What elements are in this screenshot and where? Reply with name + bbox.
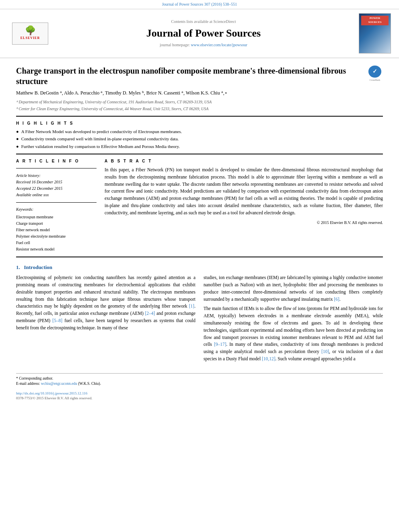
keyword-4: Polymer electrolyte membrane	[16, 233, 97, 240]
keyword-6: Resistor network model	[16, 246, 97, 253]
journal-cover-title: POWERSOURCES	[361, 16, 389, 25]
keywords-divider	[16, 202, 97, 203]
divider-3	[16, 257, 383, 257]
journal-title: Journal of Power Sources	[52, 26, 355, 41]
elsevier-logo: 🌳 ELSEVIER	[8, 23, 52, 45]
ref-10-12[interactable]: [10,12]	[262, 356, 276, 361]
homepage-label: journal homepage:	[160, 43, 190, 47]
article-history: Article history: Received 16 December 20…	[16, 173, 97, 198]
doi-link[interactable]: http://dx.doi.org/10.1016/j.jpowsour.201…	[16, 391, 383, 396]
sciencedirect-link[interactable]: Contents lists available at ScienceDirec…	[52, 19, 355, 25]
footnote-section: * Corresponding author. E-mail address: …	[16, 373, 383, 387]
info-divider	[16, 168, 97, 168]
journal-cover-image: POWERSOURCES	[359, 13, 391, 53]
introduction-section: 1. Introduction Electrospinning of polym…	[16, 264, 383, 365]
bullet-icon-1: ●	[16, 129, 19, 135]
elsevier-box: 🌳 ELSEVIER	[12, 23, 48, 45]
email-link[interactable]: wchiu@engr.uconn.edu	[41, 382, 77, 386]
copyright-line: © 2015 Elsevier B.V. All rights reserved…	[105, 220, 383, 226]
ref-2-4[interactable]: [2–4]	[145, 311, 155, 316]
highlight-item-1: ● A Fiber Network Model was developed to…	[16, 129, 383, 135]
authors-text: Matthew B. DeGostin ᵃ, Aldo A. Peracchio…	[16, 90, 228, 96]
keyword-5: Fuel cell	[16, 240, 97, 246]
corresponding-label: * Corresponding author.	[16, 376, 53, 380]
article-info-label: A R T I C L E I N F O	[16, 158, 97, 164]
keywords-section: Keywords: Electrospun membrane Charge tr…	[16, 207, 97, 253]
authors-line: Matthew B. DeGostin ᵃ, Aldo A. Peracchio…	[16, 90, 383, 97]
history-label: Article history:	[16, 173, 97, 179]
journal-citation-bar: Journal of Power Sources 307 (2016) 538–…	[0, 0, 399, 9]
ref-1[interactable]: [1]	[189, 304, 194, 308]
intro-right-text-2: The main function of IEMs is to allow th…	[204, 305, 383, 363]
abstract-column: A B S T R A C T In this paper, a Fiber N…	[105, 158, 383, 253]
affiliation-a-text: ᵃ Department of Mechanical Engineering, …	[16, 100, 212, 104]
highlight-item-2: ● Conductivity trends compared well with…	[16, 136, 383, 142]
journal-homepage[interactable]: journal homepage: www.elsevier.com/locat…	[52, 42, 355, 48]
ref-6[interactable]: [6]	[334, 297, 339, 302]
highlights-label: H I G H L I G H T S	[16, 121, 383, 126]
bullet-icon-2: ●	[16, 136, 19, 142]
article-info-abstract: A R T I C L E I N F O Article history: R…	[16, 158, 383, 253]
doi-anchor[interactable]: http://dx.doi.org/10.1016/j.jpowsour.201…	[16, 391, 87, 395]
keyword-3: Fiber network model	[16, 227, 97, 233]
highlight-text-2: Conductivity trends compared well with l…	[21, 136, 179, 142]
highlight-item-3: ● Further validation resulted by compari…	[16, 144, 383, 150]
corresponding-author-note: * Corresponding author.	[16, 376, 383, 381]
email-note: E-mail address: wchiu@engr.uconn.edu (W.…	[16, 381, 383, 386]
available-date: Available online xxx	[16, 192, 97, 198]
article-info-column: A R T I C L E I N F O Article history: R…	[16, 158, 97, 253]
abstract-text: In this paper, a Fiber Network (FN) ion …	[105, 166, 383, 217]
intro-left-text: Electrospinning of polymeric ion conduct…	[16, 274, 195, 332]
affiliation-a: ᵃ Department of Mechanical Engineering, …	[16, 99, 383, 105]
journal-cover: POWERSOURCES	[355, 13, 391, 53]
intro-heading: 1. Introduction	[16, 264, 383, 271]
intro-right-text-1: studies, ion exchange membranes (IEM) ar…	[204, 274, 383, 303]
these-word: these	[119, 325, 128, 330]
intro-section-title: Introduction	[24, 264, 53, 270]
intro-two-col: Electrospinning of polymeric ion conduct…	[16, 274, 383, 365]
sciencedirect-prefix: Contents lists available at ScienceDirec…	[171, 19, 236, 24]
divider-1	[16, 116, 383, 117]
homepage-url[interactable]: www.elsevier.com/locate/jpowsour	[191, 43, 247, 47]
accepted-date: Accepted 22 December 2015	[16, 185, 97, 192]
main-content: Charge transport in the electrospun nano…	[0, 58, 399, 401]
journal-title-area: Contents lists available at ScienceDirec…	[52, 19, 355, 48]
abstract-label: A B S T R A C T	[105, 158, 383, 164]
footer-copyright: 0378-7753/© 2015 Elsevier B.V. All right…	[16, 396, 383, 401]
ref-9-17[interactable]: [9–17]	[214, 342, 226, 347]
intro-right-col: studies, ion exchange membranes (IEM) ar…	[204, 274, 383, 365]
elsevier-tree-icon: 🌳	[25, 26, 36, 35]
publisher-logo: 🌳 ELSEVIER	[8, 23, 52, 45]
ref-5-8[interactable]: [5–8]	[52, 318, 62, 323]
crossmark-icon: ✓	[368, 66, 381, 78]
crossmark-badge[interactable]: ✓ CrossMark	[367, 66, 383, 82]
highlight-text-3: Further validation resulted by compariso…	[21, 144, 180, 150]
affiliation-b: ᵇ Center for Clean Energy Engineering, U…	[16, 106, 383, 112]
intro-section-num: 1.	[16, 264, 20, 270]
email-label: E-mail address:	[16, 382, 40, 386]
elsevier-text: ELSEVIER	[21, 36, 40, 40]
intro-left-col: Electrospinning of polymeric ion conduct…	[16, 274, 195, 365]
received-date: Received 16 December 2015	[16, 179, 97, 185]
bullet-icon-3: ●	[16, 144, 19, 150]
article-title: Charge transport in the electrospun nano…	[16, 66, 367, 86]
keyword-2: Charge transport	[16, 220, 97, 227]
crossmark-label: CrossMark	[370, 78, 380, 82]
journal-header: 🌳 ELSEVIER Contents lists available at S…	[0, 9, 399, 58]
keywords-label: Keywords:	[16, 207, 97, 212]
highlights-section: H I G H L I G H T S ● A Fiber Network Mo…	[16, 121, 383, 150]
keyword-1: Electrospun membrane	[16, 214, 97, 220]
highlight-text-1: A Fiber Network Model was developed to p…	[21, 129, 182, 135]
article-title-section: Charge transport in the electrospun nano…	[16, 58, 383, 90]
journal-citation: Journal of Power Sources 307 (2016) 538–…	[162, 2, 237, 6]
email-name: (W.K.S. Chiu).	[78, 382, 101, 386]
divider-2	[16, 154, 383, 154]
affiliation-b-text: ᵇ Center for Clean Energy Engineering, U…	[16, 107, 208, 111]
ref-10[interactable]: [10]	[321, 349, 329, 354]
